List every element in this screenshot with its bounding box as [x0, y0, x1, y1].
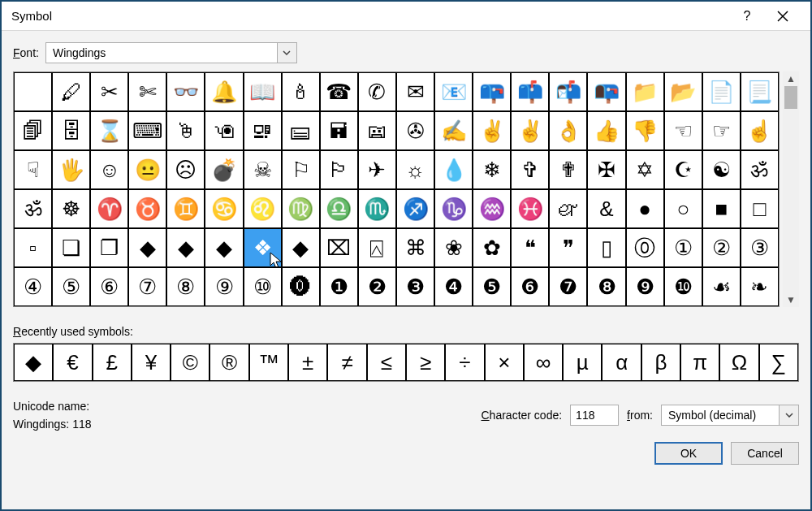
symbol-cell[interactable]: ⑩: [244, 267, 282, 306]
symbol-cell[interactable]: ❾: [626, 267, 664, 306]
symbol-cell[interactable]: ♑: [434, 189, 473, 228]
symbol-cell[interactable]: ✞: [511, 150, 549, 189]
symbol-cell[interactable]: &: [587, 189, 625, 228]
symbol-cell[interactable]: ♒: [473, 189, 511, 228]
symbol-cell[interactable]: ⌧: [320, 228, 358, 267]
symbol-cell[interactable]: 🖰: [166, 111, 205, 150]
symbol-cell[interactable]: 😐: [128, 150, 166, 189]
symbol-cell[interactable]: 📃: [741, 72, 779, 111]
symbol-cell[interactable]: ❽: [587, 267, 625, 306]
symbol-cell[interactable]: ♍: [282, 189, 320, 228]
symbol-cell[interactable]: ①: [664, 228, 702, 267]
symbol-cell[interactable]: ☠: [244, 150, 282, 189]
symbol-cell[interactable]: ⑥: [90, 267, 128, 306]
symbol-cell[interactable]: ☸: [52, 189, 90, 228]
symbol-grid[interactable]: 🖊✂✄👓🔔📖🕯☎✆✉📧📪📫📬📭📁📂📄📃🗐🗄⌛⌨🖰🖲🖳🖴🖬🖭✇✍✌✌👌👍👎☜☞☝☟…: [13, 71, 780, 307]
recent-cell[interactable]: µ: [563, 344, 602, 381]
symbol-cell[interactable]: 👎: [626, 111, 664, 150]
recent-cell[interactable]: ÷: [445, 344, 484, 381]
symbol-cell[interactable]: ❐: [90, 228, 128, 267]
symbol-cell[interactable]: 🕯: [282, 72, 320, 111]
recent-cell[interactable]: ©: [171, 344, 209, 381]
symbol-cell[interactable]: ♌: [244, 189, 282, 228]
symbol-cell[interactable]: 📄: [702, 72, 741, 111]
symbol-cell[interactable]: ❼: [549, 267, 587, 306]
recent-cell[interactable]: ×: [485, 344, 524, 381]
symbol-cell[interactable]: ❻: [511, 267, 549, 306]
symbol-cell[interactable]: ♏: [358, 189, 396, 228]
symbol-cell[interactable]: ☜: [664, 111, 702, 150]
symbol-cell[interactable]: 🗐: [14, 111, 52, 150]
symbol-cell[interactable]: ✠: [587, 150, 625, 189]
scroll-up-arrow[interactable]: ▲: [783, 71, 799, 86]
symbol-cell[interactable]: ✂: [90, 72, 128, 111]
symbol-cell[interactable]: ◆: [128, 228, 166, 267]
symbol-cell[interactable]: ④: [14, 267, 52, 306]
recent-cell[interactable]: ◆: [14, 344, 53, 381]
recent-cell[interactable]: π: [680, 344, 719, 381]
symbol-cell[interactable]: ❞: [549, 228, 587, 267]
recent-cell[interactable]: ±: [288, 344, 327, 381]
symbol-cell[interactable]: ♈: [90, 189, 128, 228]
symbol-cell[interactable]: ⓿: [282, 267, 320, 306]
symbol-cell[interactable]: ☎: [320, 72, 358, 111]
symbol-cell[interactable]: ❹: [434, 267, 473, 306]
symbol-cell[interactable]: ☹: [166, 150, 205, 189]
symbol-cell[interactable]: 🗄: [52, 111, 90, 150]
symbol-cell[interactable]: 🖬: [320, 111, 358, 150]
symbol-cell[interactable]: ☺: [90, 150, 128, 189]
symbol-cell[interactable]: ☞: [702, 111, 741, 150]
symbol-cell[interactable]: ③: [741, 228, 779, 267]
symbol-cell[interactable]: ■: [702, 189, 741, 228]
font-combo[interactable]: Wingdings: [45, 42, 297, 63]
symbol-cell[interactable]: 📪: [473, 72, 511, 111]
symbol-cell[interactable]: 📭: [587, 72, 625, 111]
symbol-cell[interactable]: [14, 72, 52, 111]
symbol-cell[interactable]: 🖲: [205, 111, 243, 150]
symbol-cell[interactable]: ❝: [511, 228, 549, 267]
char-code-input[interactable]: [570, 405, 619, 426]
symbol-cell[interactable]: ❀: [434, 228, 473, 267]
symbol-cell[interactable]: ⑦: [128, 267, 166, 306]
help-button[interactable]: ?: [729, 2, 765, 31]
symbol-cell[interactable]: ◆: [282, 228, 320, 267]
font-combo-button[interactable]: [277, 43, 296, 63]
ok-button[interactable]: OK: [654, 442, 723, 465]
symbol-cell[interactable]: ♋: [205, 189, 243, 228]
symbol-cell[interactable]: ⌛: [90, 111, 128, 150]
symbol-cell[interactable]: ❶: [320, 267, 358, 306]
symbol-cell[interactable]: ☟: [14, 150, 52, 189]
recent-grid[interactable]: ◆€£¥©®™±≠≤≥÷×∞µαβπΩ∑: [13, 343, 799, 382]
symbol-cell[interactable]: ○: [664, 189, 702, 228]
symbol-cell[interactable]: ❸: [396, 267, 434, 306]
close-button[interactable]: [765, 2, 801, 31]
recent-cell[interactable]: ®: [209, 344, 248, 381]
symbol-cell[interactable]: ❄: [473, 150, 511, 189]
symbol-cell[interactable]: ⑨: [205, 267, 243, 306]
symbol-cell[interactable]: 📂: [664, 72, 702, 111]
symbol-cell[interactable]: ॐ: [14, 189, 52, 228]
symbol-cell[interactable]: ②: [702, 228, 741, 267]
symbol-cell[interactable]: □: [741, 189, 779, 228]
recent-cell[interactable]: ∞: [524, 344, 563, 381]
symbol-cell[interactable]: ●: [626, 189, 664, 228]
recent-cell[interactable]: α: [602, 344, 641, 381]
symbol-cell[interactable]: 🖊: [52, 72, 90, 111]
recent-cell[interactable]: £: [93, 344, 132, 381]
symbol-cell[interactable]: ♊: [166, 189, 205, 228]
recent-cell[interactable]: €: [53, 344, 92, 381]
recent-cell[interactable]: ≥: [406, 344, 445, 381]
symbol-cell[interactable]: 📖: [244, 72, 282, 111]
symbol-cell[interactable]: ☝: [741, 111, 779, 150]
recent-cell[interactable]: ≠: [327, 344, 366, 381]
cancel-button[interactable]: Cancel: [731, 442, 799, 465]
symbol-cell[interactable]: ✈: [358, 150, 396, 189]
symbol-cell[interactable]: ⑧: [166, 267, 205, 306]
symbol-cell[interactable]: ✌: [473, 111, 511, 150]
symbol-cell[interactable]: ◆: [205, 228, 243, 267]
symbol-cell[interactable]: 👍: [587, 111, 625, 150]
recent-cell[interactable]: ∑: [759, 344, 798, 381]
symbol-cell[interactable]: 📧: [434, 72, 473, 111]
grid-scrollbar[interactable]: ▲ ▼: [783, 71, 799, 307]
symbol-cell[interactable]: ✇: [396, 111, 434, 150]
